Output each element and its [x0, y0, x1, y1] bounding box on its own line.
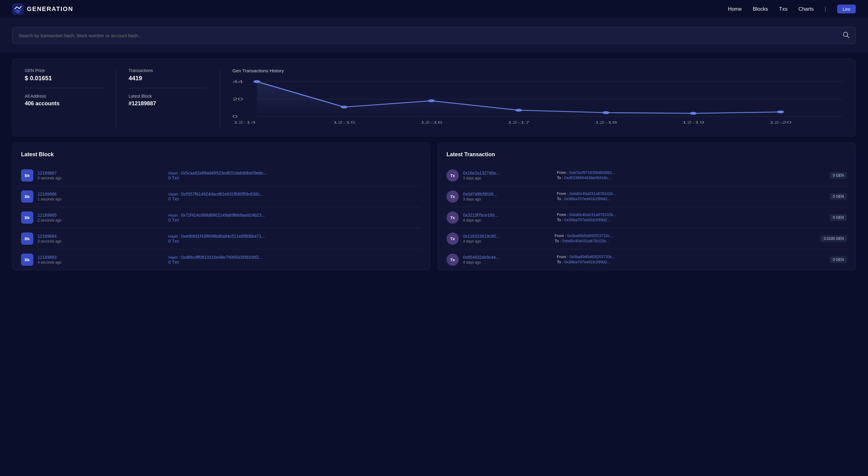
logo-icon	[12, 3, 24, 15]
logo-text: GENERATION	[27, 5, 73, 12]
tx-badge-4: Tx	[446, 253, 459, 266]
tx-amount-0: 0 GEN	[830, 172, 847, 179]
txn-value-3[interactable]: 0 Txn	[168, 239, 179, 243]
hash-value-4[interactable]: 0xd66c4ff0613315e48e79005435fd336f2...	[181, 255, 263, 260]
stats-panel: GEN Price $ 0.01651 All Address 406 acco…	[12, 59, 856, 136]
table-row: Bk 12189887 0 seconds ago Hash : 0x5caa8…	[21, 165, 422, 186]
tx-main-2: 0x3215f7bce188... 4 days ago	[463, 213, 553, 223]
block-txn-0: 0 Txn	[168, 175, 422, 180]
nav-links: Home Blocks Txs Charts | Leo	[728, 5, 856, 13]
tx-from-value-3[interactable]: 0x0ba69d5d65f253733c...	[567, 233, 613, 238]
search-button[interactable]	[843, 31, 849, 40]
table-row: Bk 12189883 4 seconds ago Hash : 0xd66c4…	[21, 249, 422, 270]
tx-to-value-1[interactable]: 0x36ba707ed41b1f99d2...	[564, 197, 611, 201]
block-hash-3: Hash : 0xe0b6d1f438698bd6a84c511ebf806b4…	[168, 234, 422, 239]
tx-to-4: To : 0x36ba707ed41b1f99d2...	[557, 260, 826, 264]
transactions-label: Transactions	[129, 68, 208, 73]
nav-txs[interactable]: Txs	[779, 6, 787, 12]
tx-id-2[interactable]: 0x3215f7bce188...	[463, 213, 553, 217]
search-input[interactable]	[19, 33, 843, 38]
tx-amount-1: 0 GEN	[830, 193, 847, 200]
block-id-1[interactable]: 12189886	[37, 192, 164, 197]
block-main-0: 12189887 0 seconds ago	[37, 171, 164, 180]
chart-title: Gen Transactions History	[232, 68, 843, 73]
hash-label-0: Hash :	[168, 171, 181, 175]
tx-from-4: From : 0x0ba69d5d65f253733c...	[557, 254, 826, 259]
tx-time-1: 3 days ago	[463, 197, 553, 201]
nav-charts[interactable]: Charts	[798, 6, 814, 12]
tx-to-2: To : 0x36ba707ed41b1f99d2...	[557, 217, 826, 222]
stats-divider-2	[129, 88, 208, 88]
tx-to-value-4[interactable]: 0x36ba707ed41b1f99d2...	[564, 260, 611, 264]
txn-value-2[interactable]: 0 Txn	[168, 217, 179, 223]
nav-home[interactable]: Home	[728, 6, 742, 12]
table-row: Tx 0x16e2a1327d0e... 3 days ago From : 0…	[446, 165, 847, 186]
navbar: GENERATION Home Blocks Txs Charts | Leo	[0, 0, 868, 18]
tx-from-value-2[interactable]: 0xbd0c40a031a878102b...	[569, 212, 616, 217]
transactions-chart: 44 20 0	[232, 78, 843, 127]
tx-id-0[interactable]: 0x16e2a1327d0e...	[463, 171, 553, 175]
txn-value-1[interactable]: 0 Txn	[168, 197, 179, 201]
block-txn-2: 0 Txn	[168, 217, 422, 223]
txn-value-4[interactable]: 0 Txn	[168, 260, 179, 265]
block-badge-2: Bk	[21, 211, 33, 224]
svg-point-12	[341, 106, 347, 108]
tx-amount-3: 0.0100 GEN	[821, 235, 847, 242]
tx-from-value-4[interactable]: 0x0ba69d5d65f253733c...	[569, 254, 615, 259]
latest-block-title: Latest Block	[21, 151, 422, 158]
svg-text:44: 44	[232, 79, 243, 83]
svg-point-17	[777, 110, 784, 113]
tx-detail-2: From : 0xbd0c40a031a878102b... To : 0x36…	[557, 212, 826, 223]
tx-id-4[interactable]: 0x854632de9c4e...	[463, 255, 553, 260]
hash-label-3: Hash :	[168, 234, 181, 239]
table-row: Bk 12189884 3 seconds ago Hash : 0xe0b6d…	[21, 228, 422, 249]
tx-main-4: 0x854632de9c4e... 4 days ago	[463, 255, 553, 265]
tx-to-value-0[interactable]: 0xd5336664838e08418c...	[564, 175, 612, 180]
block-id-4[interactable]: 12189883	[37, 255, 164, 260]
svg-text:0: 0	[232, 114, 238, 119]
tx-id-1[interactable]: 0x0d748fcf9028...	[463, 192, 553, 197]
block-badge-0: Bk	[21, 169, 33, 181]
user-button[interactable]: Leo	[837, 5, 856, 13]
block-id-3[interactable]: 12189884	[37, 234, 164, 239]
tx-to-value-3[interactable]: 0xbd0c40a031a878102b...	[562, 239, 609, 243]
hash-value-3[interactable]: 0xe0b6d1f438698bd6a84c511ebf806b471...	[181, 234, 265, 239]
block-id-2[interactable]: 12189885	[37, 213, 164, 217]
block-hash-section-3: Hash : 0xe0b6d1f438698bd6a84c511ebf806b4…	[168, 234, 422, 243]
chart-area: Gen Transactions History 44 20 0	[232, 68, 843, 127]
hash-value-0[interactable]: 0x5caa82e86a945523ed631dab90be09ebc...	[181, 171, 267, 175]
block-hash-4: Hash : 0xd66c4ff0613315e48e79005435fd336…	[168, 255, 422, 260]
block-time-1: 1 seconds ago	[37, 197, 164, 201]
logo: GENERATION	[12, 3, 73, 15]
hash-value-1[interactable]: 0x5557f614924dacd61e631f690f59c638c...	[181, 192, 263, 197]
tx-amount-2: 0 GEN	[830, 214, 847, 221]
tx-to-value-2[interactable]: 0x36ba707ed41b1f99d2...	[564, 217, 611, 222]
gen-price-label: GEN Price	[25, 68, 104, 73]
block-hash-section-1: Hash : 0x5557f614924dacd61e631f690f59c63…	[168, 192, 422, 201]
tx-detail-4: From : 0x0ba69d5d65f253733c... To : 0x36…	[557, 254, 826, 265]
block-txn-4: 0 Txn	[168, 260, 422, 265]
svg-line-3	[847, 36, 849, 38]
txn-value-0[interactable]: 0 Txn	[168, 175, 179, 180]
svg-point-14	[515, 109, 522, 112]
transactions-col: Transactions 4419 Latest Block #12189887	[129, 68, 220, 127]
tx-from-value-1[interactable]: 0xbd0c40a031a878102b...	[569, 191, 616, 196]
nav-divider: |	[825, 6, 826, 12]
tx-badge-1: Tx	[446, 191, 459, 203]
svg-text:12-19: 12-19	[682, 120, 704, 124]
hash-label-4: Hash :	[168, 255, 181, 260]
latest-block-panel: Latest Block Bk 12189887 0 seconds ago H…	[12, 142, 430, 270]
block-main-4: 12189883 4 seconds ago	[37, 255, 164, 265]
hash-value-2[interactable]: 0x72f414c068d8902149ab9feb9aa924b23...	[181, 213, 265, 217]
tx-id-3[interactable]: 0x116323619c90...	[463, 234, 550, 239]
all-address-value: 406 accounts	[25, 100, 104, 107]
tx-time-3: 4 days ago	[463, 239, 550, 243]
block-txn-3: 0 Txn	[168, 239, 422, 243]
block-id-0[interactable]: 12189887	[37, 171, 164, 175]
tx-from-value-0[interactable]: 0xb7acf971835b8b5891...	[569, 170, 615, 175]
tx-detail-1: From : 0xbd0c40a031a878102b... To : 0x36…	[557, 191, 826, 202]
chart-container: 44 20 0	[232, 78, 843, 127]
svg-point-16	[690, 112, 697, 115]
nav-blocks[interactable]: Blocks	[753, 6, 768, 12]
svg-rect-1	[16, 10, 20, 13]
